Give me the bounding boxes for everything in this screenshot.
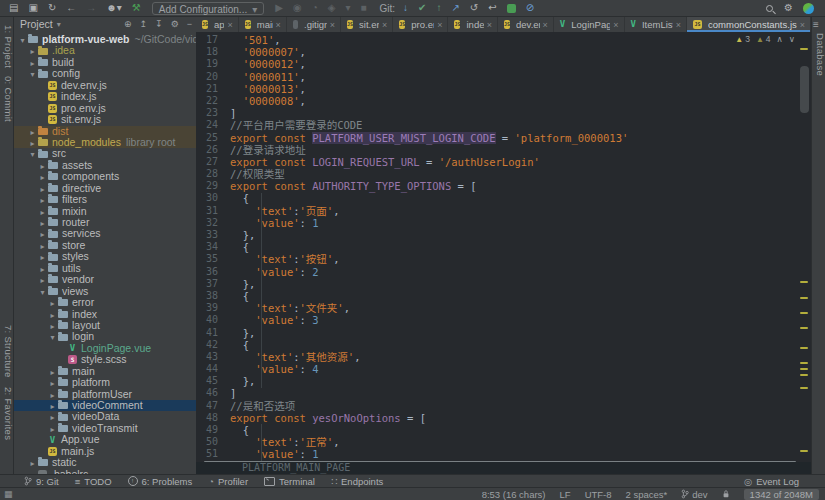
tab-ItemList.vue[interactable]: VItemList.vue× (625, 17, 687, 32)
line-separator[interactable]: LF (560, 489, 571, 500)
debug-icon[interactable]: ◉ (293, 0, 302, 16)
back-icon[interactable]: ← (66, 0, 76, 16)
tree-item-index.js[interactable]: JSindex.js (14, 91, 196, 102)
code-line[interactable]: 46] (196, 387, 811, 399)
code-line[interactable]: 22 '0000008', (196, 95, 811, 107)
stop-icon[interactable]: ■ (360, 0, 366, 16)
tree-item-platform[interactable]: ▸platform (14, 377, 196, 388)
chevron-collapsed-icon[interactable]: ▸ (28, 138, 37, 148)
chevron-collapsed-icon[interactable]: ▸ (38, 275, 47, 285)
close-icon[interactable]: × (330, 20, 335, 30)
chevron-collapsed-icon[interactable]: ▸ (38, 229, 47, 239)
tool-window-button-9: Git[interactable]: 9: Git (24, 476, 59, 487)
chevron-collapsed-icon[interactable]: ▸ (38, 172, 47, 182)
running-process-icon[interactable] (507, 4, 516, 13)
tree-item-LoginPage.vue[interactable]: VLoginPage.vue (14, 343, 196, 354)
close-icon[interactable]: × (227, 20, 232, 30)
tree-item-utils[interactable]: ▸utils (14, 263, 196, 274)
open-folder-icon[interactable]: ▤ (9, 0, 18, 16)
tree-item-styles[interactable]: ▸styles (14, 251, 196, 262)
git-branch-widget[interactable]: dev (681, 489, 707, 500)
lock-icon[interactable] (722, 489, 730, 499)
tree-item-vendor[interactable]: ▸vendor (14, 274, 196, 285)
tree-item-src[interactable]: ▾src (14, 148, 196, 159)
tree-item-store[interactable]: ▸store (14, 240, 196, 251)
tree-item-dev.env.js[interactable]: JSdev.env.js (14, 80, 196, 91)
tree-item-main.js[interactable]: JSmain.js (14, 446, 196, 457)
next-problem-icon[interactable]: ∨ (789, 34, 795, 44)
vertical-scrollbar[interactable] (800, 66, 809, 113)
code-line[interactable]: 28//权限类型 (196, 168, 811, 180)
code-line[interactable]: 31 'text':'页面', (196, 205, 811, 217)
chevron-collapsed-icon[interactable]: ▸ (38, 207, 47, 217)
coverage-icon[interactable]: ◔ (312, 0, 318, 16)
chevron-collapsed-icon[interactable]: ▸ (48, 298, 57, 308)
code-line[interactable]: 35 'text':'按钮', (196, 253, 811, 265)
close-icon[interactable]: × (437, 20, 442, 30)
code-line[interactable]: 51 'value': 1 (196, 448, 811, 460)
file-encoding[interactable]: UTF-8 (585, 489, 612, 500)
code-line[interactable]: 50 'text':'正常', (196, 436, 811, 448)
chevron-collapsed-icon[interactable]: ▸ (48, 401, 57, 411)
chevron-collapsed-icon[interactable]: ▸ (38, 195, 47, 205)
chevron-down-icon[interactable]: ▾ (57, 20, 61, 29)
code-line[interactable]: 20 '0000011', (196, 71, 811, 83)
tree-item-assets[interactable]: ▸assets (14, 160, 196, 171)
prev-problem-icon[interactable]: ∧ (777, 34, 783, 44)
tab-LoginPage.vue[interactable]: VLoginPage.vue× (554, 17, 625, 32)
code-line[interactable]: 48export const yesOrNoOptions = [ (196, 412, 811, 424)
push-icon[interactable]: ↑ (436, 0, 441, 16)
code-line[interactable]: 44 'value': 4 (196, 363, 811, 375)
shelve-icon[interactable]: ↗ (451, 0, 459, 16)
code-line[interactable]: 27export const LOGIN_REQUEST_URL = '/aut… (196, 156, 811, 168)
tree-item-config[interactable]: ▾config (14, 68, 196, 79)
run-dropdown-icon[interactable]: ▾ (345, 0, 350, 16)
tool-button-0: Commit[interactable]: 0: Commit (0, 76, 14, 122)
tool-window-button-Profiler[interactable]: ◔Profiler (208, 476, 248, 487)
chevron-collapsed-icon[interactable]: ▸ (48, 424, 57, 434)
tree-item-App.vue[interactable]: VApp.vue (14, 434, 196, 445)
run-icon[interactable]: ▶ (275, 0, 283, 16)
code-line[interactable]: 25export const PLATFORM_USER_MUST_LOGIN_… (196, 132, 811, 144)
forward-icon[interactable]: → (86, 0, 96, 16)
sync-icon[interactable]: ↻ (48, 0, 56, 16)
caret-position[interactable]: 8:53 (16 chars) (482, 489, 546, 500)
close-icon[interactable]: × (382, 20, 387, 30)
user-dropdown-icon[interactable]: ☻▾ (106, 0, 122, 16)
tree-item-sit.env.js[interactable]: JSsit.env.js (14, 114, 196, 125)
code-line[interactable]: 36 'value': 2 (196, 266, 811, 278)
tree-item-login[interactable]: ▾login (14, 331, 196, 342)
hide-panel-icon[interactable]: − (187, 19, 192, 29)
tool-button-7: Structure[interactable]: 7: Structure (0, 325, 14, 378)
chevron-collapsed-icon[interactable]: ▸ (48, 310, 57, 320)
code-line[interactable]: 39 'text':'文件夹', (196, 302, 811, 314)
rollback-icon[interactable]: ↩ (488, 0, 496, 16)
chevron-collapsed-icon[interactable]: ▸ (38, 241, 47, 251)
tool-window-button-Terminal[interactable]: Terminal (264, 476, 315, 487)
code-line[interactable]: 41 }, (196, 327, 811, 339)
code-line[interactable]: 17 '501', (196, 34, 811, 46)
code-line[interactable]: 37 }, (196, 278, 811, 290)
code-line[interactable]: 32 'value': 1 (196, 217, 811, 229)
chevron-collapsed-icon[interactable]: ▸ (48, 321, 57, 331)
avatar[interactable] (803, 3, 814, 14)
code-line[interactable]: 42 { (196, 339, 811, 351)
code-line[interactable]: 29export const AUTHORITY_TYPE_OPTIONS = … (196, 180, 811, 192)
chevron-collapsed-icon[interactable]: ▸ (48, 412, 57, 422)
chevron-expanded-icon[interactable]: ▾ (28, 69, 37, 79)
indent-setting[interactable]: 2 spaces* (626, 489, 668, 500)
tab-main.js[interactable]: JSmain.js× (239, 17, 287, 32)
code-line[interactable]: 43 'text':'其他资源', (196, 351, 811, 363)
tree-item-style.scss[interactable]: Sstyle.scss (14, 354, 196, 365)
tree-item-error[interactable]: ▸error (14, 297, 196, 308)
code-editor[interactable]: 17 '501',18 '0000007',19 '0000012',20 '0… (196, 32, 811, 474)
tool-window-button-Event Log[interactable]: ◎Event Log (744, 476, 799, 487)
settings-gear-icon[interactable]: ⚙ (784, 0, 793, 16)
chevron-collapsed-icon[interactable]: ▸ (38, 184, 47, 194)
chevron-collapsed-icon[interactable]: ▸ (28, 127, 37, 137)
chevron-expanded-icon[interactable]: ▾ (48, 332, 57, 342)
run-configuration-select[interactable]: Add Configuration...▾ (152, 2, 264, 15)
tree-item-.idea[interactable]: ▸.idea (14, 45, 196, 56)
memory-indicator[interactable]: 1342 of 2048M (744, 489, 819, 500)
code-line[interactable]: 24//平台用户需要登录的CODE (196, 119, 811, 131)
